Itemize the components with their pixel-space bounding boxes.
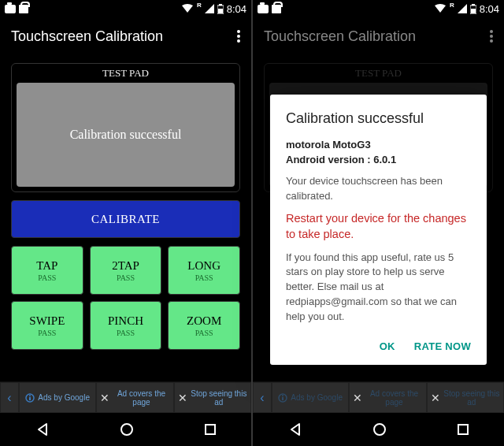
nav-back-button[interactable] (35, 422, 50, 437)
nav-home-button[interactable] (119, 422, 135, 437)
ads-chevron[interactable]: ‹ (0, 382, 19, 413)
nav-recent-button[interactable] (203, 422, 217, 437)
clock: 8:04 (480, 3, 499, 15)
tile-tap[interactable]: TAP PASS (11, 246, 83, 295)
close-icon: ✕ (431, 392, 440, 404)
dialog-ok-button[interactable]: OK (380, 340, 395, 352)
ad-covers-page[interactable]: ✕ Ad covers the page (349, 382, 426, 413)
close-icon: ✕ (100, 392, 109, 404)
shopping-bag-icon (272, 5, 281, 13)
stop-ad-label: Stop seeing this ad (191, 389, 247, 407)
info-icon (25, 393, 35, 403)
overflow-menu-icon[interactable] (490, 30, 493, 43)
calibrate-button[interactable]: CALIBRATE (11, 200, 240, 238)
svg-point-5 (237, 39, 240, 43)
chevron-left-icon: ‹ (260, 391, 264, 405)
battery-icon (470, 4, 476, 14)
svg-rect-12 (472, 4, 475, 6)
clock: 8:04 (227, 3, 246, 15)
camera-icon (5, 5, 16, 13)
roaming-badge: R (450, 2, 454, 9)
app-bar: Touchscreen Calibration (253, 17, 504, 55)
status-bar: R 8:04 (0, 0, 251, 17)
svg-point-4 (237, 35, 240, 38)
appbar-title: Touchscreen Calibration (264, 28, 416, 45)
test-pad-label: TEST PAD (102, 64, 149, 83)
tile-status: PASS (117, 329, 135, 337)
shopping-bag-icon (19, 5, 28, 13)
signal-icon (205, 4, 214, 13)
ads-banner: ‹ Ads by Google ✕ Ad covers the page ✕ S… (253, 381, 504, 413)
roaming-badge: R (197, 2, 202, 9)
close-icon: ✕ (353, 392, 362, 404)
tile-status: PASS (117, 273, 135, 282)
dialog-actions: OK RATE NOW (286, 334, 471, 359)
svg-rect-2 (218, 9, 223, 13)
overflow-menu-icon[interactable] (237, 30, 240, 43)
svg-rect-18 (282, 397, 284, 400)
svg-rect-21 (458, 425, 468, 434)
camera-icon (258, 5, 269, 13)
tile-title: ZOOM (187, 314, 221, 328)
svg-rect-7 (29, 397, 31, 400)
nav-bar (0, 413, 251, 446)
ads-by-label: Ads by Google (38, 393, 90, 402)
tile-title: PINCH (108, 314, 143, 328)
svg-rect-10 (206, 425, 215, 434)
gesture-tiles: TAP PASS 2TAP PASS LONG PASS SWIPE PASS … (11, 246, 240, 350)
android-version-label: Android version : (286, 154, 373, 165)
tile-status: PASS (38, 273, 56, 282)
svg-rect-13 (471, 9, 476, 13)
ad-covers-label: Ad covers the page (113, 389, 169, 407)
wifi-icon (434, 4, 447, 13)
svg-rect-1 (219, 4, 222, 6)
tile-status: PASS (38, 329, 56, 337)
svg-point-9 (121, 424, 132, 435)
appbar-title: Touchscreen Calibration (11, 28, 163, 45)
battery-icon (217, 4, 224, 14)
ads-by-label: Ads by Google (291, 393, 343, 402)
ad-covers-label: Ad covers the page (365, 389, 422, 407)
tile-zoom[interactable]: ZOOM PASS (168, 301, 240, 350)
calibrate-label: CALIBRATE (91, 213, 160, 226)
nav-recent-button[interactable] (456, 422, 470, 437)
nav-home-button[interactable] (372, 422, 387, 437)
ads-by-google[interactable]: Ads by Google (272, 382, 349, 413)
calibrated-message: Your device touchscreen has been calibra… (286, 174, 471, 204)
dialog-rate-now-button[interactable]: RATE NOW (414, 340, 471, 352)
svg-rect-19 (282, 395, 284, 396)
svg-point-16 (490, 39, 493, 43)
close-icon: ✕ (178, 392, 187, 404)
phone-left: R 8:04 Touchscreen Calibration TEST PAD … (0, 0, 251, 446)
ads-chevron[interactable]: ‹ (253, 382, 272, 413)
test-pad-label: TEST PAD (355, 64, 402, 83)
android-version: 6.0.1 (373, 154, 396, 165)
tile-status: PASS (195, 329, 213, 337)
chevron-left-icon: ‹ (7, 391, 11, 405)
stop-seeing-ad[interactable]: ✕ Stop seeing this ad (427, 382, 504, 413)
dialog-body: motorola MotoG3 Android version : 6.0.1 … (286, 138, 471, 325)
tile-title: TAP (36, 259, 57, 273)
wifi-icon (181, 4, 194, 13)
stop-ad-label: Stop seeing this ad (443, 389, 500, 407)
tile-swipe[interactable]: SWIPE PASS (11, 301, 83, 350)
test-pad-frame: TEST PAD Calibration successful (11, 63, 240, 192)
stop-seeing-ad[interactable]: ✕ Stop seeing this ad (174, 382, 251, 413)
svg-rect-8 (29, 395, 31, 396)
tile-title: LONG (187, 259, 220, 273)
tile-long[interactable]: LONG PASS (168, 246, 240, 295)
nav-back-button[interactable] (287, 422, 303, 437)
svg-point-14 (490, 30, 493, 33)
android-version-line: Android version : 6.0.1 (286, 153, 471, 168)
calibration-dialog: Calibration successful motorola MotoG3 A… (270, 95, 487, 365)
tile-pinch[interactable]: PINCH PASS (90, 301, 162, 350)
app-bar: Touchscreen Calibration (0, 17, 251, 55)
ads-by-google[interactable]: Ads by Google (19, 382, 96, 413)
dialog-title: Calibration successful (286, 110, 471, 127)
rate-message: If you found this app useful, rate us 5 … (286, 251, 471, 325)
tile-2tap[interactable]: 2TAP PASS (90, 246, 162, 295)
test-pad-surface[interactable]: Calibration successful (17, 83, 235, 187)
ad-covers-page[interactable]: ✕ Ad covers the page (96, 382, 173, 413)
restart-message: Restart your device for the changes to t… (286, 211, 471, 242)
test-pad-message: Calibration successful (70, 128, 182, 142)
